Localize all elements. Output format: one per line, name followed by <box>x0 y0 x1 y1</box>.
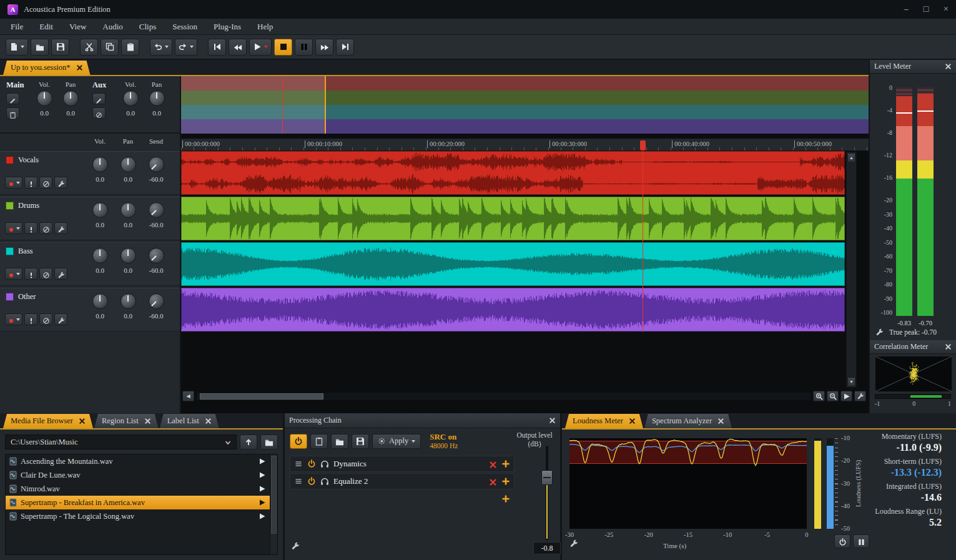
horizontal-scroll-thumb[interactable] <box>200 393 323 400</box>
track-fx-button[interactable] <box>54 268 67 280</box>
track-mute-button[interactable] <box>39 177 52 189</box>
menu-edit[interactable]: Edit <box>31 22 61 32</box>
file-play-button[interactable] <box>259 485 266 493</box>
chain-clipboard-button[interactable] <box>310 434 328 449</box>
add-effect-icon[interactable] <box>501 494 510 503</box>
pause-button[interactable] <box>295 39 313 56</box>
menu-plugins[interactable]: Plug-Ins <box>205 22 249 32</box>
go-to-start-button[interactable] <box>208 39 226 56</box>
track-pan-knob[interactable] <box>121 157 136 172</box>
file-play-button[interactable] <box>259 458 266 465</box>
spectrum-tab-close-icon[interactable] <box>717 418 724 425</box>
track-solo-button[interactable] <box>24 177 37 189</box>
headphones-icon[interactable] <box>320 459 329 468</box>
waveform-bass[interactable] <box>181 242 845 286</box>
track-solo-button[interactable] <box>24 222 37 234</box>
track-lane-drums[interactable] <box>181 197 845 240</box>
main-volume-knob[interactable] <box>37 91 52 106</box>
track-color-chip[interactable] <box>6 293 14 301</box>
drag-handle-icon[interactable] <box>294 477 303 486</box>
scroll-to-playhead-button[interactable] <box>840 391 852 401</box>
track-volume-knob[interactable] <box>92 293 108 309</box>
track-lane-other[interactable] <box>181 288 845 332</box>
track-solo-button[interactable] <box>24 268 37 280</box>
file-play-button[interactable] <box>259 513 266 520</box>
timeline-ruler[interactable]: 00:00:00:00000:00:10:00000:00:20:00000:0… <box>181 139 869 151</box>
headphones-icon[interactable] <box>320 477 329 486</box>
track-pan-knob[interactable] <box>121 248 136 263</box>
menu-help[interactable]: Help <box>249 22 281 32</box>
minimize-button[interactable]: – <box>904 5 909 14</box>
tab-close-icon[interactable] <box>144 418 151 425</box>
close-button[interactable]: × <box>944 5 949 14</box>
tab-close-icon[interactable] <box>79 418 86 425</box>
waveform-other[interactable] <box>181 288 845 332</box>
fast-forward-button[interactable] <box>315 39 333 56</box>
overview-view-window[interactable] <box>181 76 326 134</box>
effect-row-equalize-2[interactable]: Equalize 2 <box>290 473 515 489</box>
track-arm-button[interactable] <box>5 313 22 325</box>
file-row[interactable]: Ascending the Mountain.wav <box>6 454 277 468</box>
chain-power-button[interactable] <box>290 434 307 449</box>
track-arm-button[interactable] <box>5 222 22 234</box>
copy-button[interactable] <box>101 39 119 56</box>
aux-automation-button[interactable] <box>92 93 106 104</box>
scroll-down-button[interactable]: ▼ <box>847 377 855 386</box>
tab-close-icon[interactable] <box>205 418 212 425</box>
correlation-meter-close-icon[interactable] <box>945 343 952 350</box>
track-mute-button[interactable] <box>39 222 52 234</box>
fader-thumb[interactable] <box>541 470 553 485</box>
output-level-fader[interactable] <box>533 446 561 540</box>
file-list-scrollbar[interactable] <box>270 454 277 554</box>
save-button[interactable] <box>51 39 69 56</box>
file-row[interactable]: Nimrod.wav <box>6 482 277 496</box>
track-send-knob[interactable] <box>149 248 164 263</box>
track-color-chip[interactable] <box>6 156 14 164</box>
session-tab[interactable]: Up to you.session* <box>3 61 91 75</box>
main-clipboard-button[interactable] <box>6 107 19 119</box>
apply-button[interactable]: Apply <box>372 434 421 449</box>
aux-pan-knob[interactable] <box>149 91 165 106</box>
vertical-scrollbar[interactable]: ▲ ▼ <box>846 152 857 388</box>
track-lane-bass[interactable] <box>181 242 845 286</box>
stop-button[interactable] <box>274 39 292 56</box>
remove-effect-icon[interactable] <box>489 478 497 486</box>
track-lane-vocals[interactable] <box>181 151 845 195</box>
chain-open-button[interactable] <box>331 434 348 449</box>
track-mute-button[interactable] <box>39 313 52 325</box>
file-row[interactable]: Supertramp - The Logical Song.wav <box>6 509 277 523</box>
waveform-drums[interactable] <box>181 197 845 240</box>
go-to-end-button[interactable] <box>336 39 354 56</box>
track-send-knob[interactable] <box>149 293 164 309</box>
menu-view[interactable]: View <box>61 22 94 32</box>
redo-button[interactable] <box>175 39 197 56</box>
aux-bypass-button[interactable] <box>92 107 106 119</box>
path-dropdown[interactable]: C:\Users\Stian\Music <box>5 435 237 449</box>
track-send-knob[interactable] <box>149 157 164 172</box>
menu-session[interactable]: Session <box>164 22 205 32</box>
session-tab-close-icon[interactable] <box>76 64 83 71</box>
file-row[interactable]: Clair De Lune.wav <box>6 468 277 482</box>
file-list-scroll-thumb[interactable] <box>271 456 277 534</box>
track-fx-button[interactable] <box>54 177 67 189</box>
file-play-button[interactable] <box>259 499 266 506</box>
aux-volume-knob[interactable] <box>123 91 139 106</box>
zoom-in-button[interactable] <box>813 391 825 401</box>
track-pan-knob[interactable] <box>121 293 136 309</box>
effect-power-icon[interactable] <box>307 477 316 486</box>
loudness-pause-button[interactable] <box>853 534 869 548</box>
cut-button[interactable] <box>80 39 98 56</box>
maximize-button[interactable]: □ <box>924 5 929 14</box>
level-meter-close-icon[interactable] <box>945 63 952 70</box>
session-overview[interactable] <box>181 76 869 134</box>
zoom-out-button[interactable] <box>827 391 839 401</box>
effect-row-dynamics[interactable]: Dynamics <box>290 456 515 472</box>
track-volume-knob[interactable] <box>92 248 108 263</box>
paste-button[interactable] <box>121 39 139 56</box>
add-effect-icon[interactable] <box>501 477 510 486</box>
tab-media-file-browser[interactable]: Media File Browser <box>3 414 93 428</box>
loudness-tab-close-icon[interactable] <box>629 418 636 425</box>
file-row[interactable]: Supertramp - Breakfast in America.wav <box>6 496 277 509</box>
tab-region-list[interactable]: Region List <box>94 414 159 428</box>
new-file-button[interactable] <box>6 39 28 56</box>
